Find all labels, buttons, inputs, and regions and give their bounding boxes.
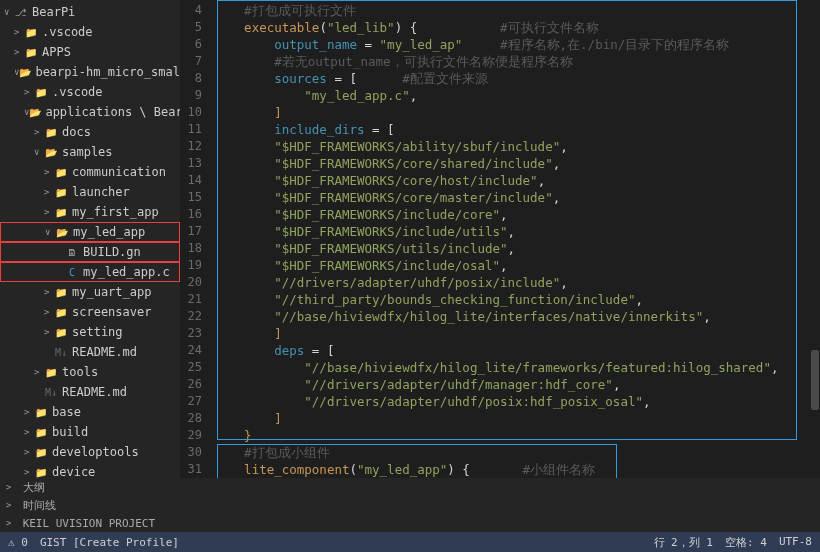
code-line[interactable]: "my_led_app.c", [214, 87, 820, 104]
tree-item-applications-bearpi-be-[interactable]: ∨📂applications \ BearPi \ Be... [0, 102, 180, 122]
code-area[interactable]: #打包成可执行文件 executable("led_lib") { #可执行文件… [214, 0, 820, 478]
status-warnings[interactable]: ⚠ 0 [8, 536, 28, 549]
code-line[interactable]: #打包成可执行文件 [214, 2, 820, 19]
tree-item-my-first-app[interactable]: >📁my_first_app [0, 202, 180, 222]
tree-item-apps[interactable]: >📁APPS [0, 42, 180, 62]
tree-item-setting[interactable]: >📁setting [0, 322, 180, 342]
chevron-icon: > [44, 167, 54, 177]
code-line[interactable]: "$HDF_FRAMEWORKS/core/master/include", [214, 189, 820, 206]
code-line[interactable]: "//drivers/adapter/uhdf/posix:hdf_posix_… [214, 393, 820, 410]
tree-item-developtools[interactable]: >📁developtools [0, 442, 180, 462]
code-line[interactable]: executable("led_lib") { #可执行文件名称 [214, 19, 820, 36]
tree-label: my_uart_app [72, 285, 151, 299]
status-profile[interactable]: GIST [Create Profile] [40, 536, 179, 549]
code-line[interactable]: ] [214, 410, 820, 427]
code-line[interactable]: "$HDF_FRAMEWORKS/ability/sbuf/include", [214, 138, 820, 155]
editor-pane: 4567891011121314151617181920212223242526… [180, 0, 820, 478]
line-number: 6 [180, 36, 202, 53]
folder-icon: 📁 [54, 185, 68, 199]
tree-label: setting [72, 325, 123, 339]
line-number: 28 [180, 410, 202, 427]
tree-item-build[interactable]: >📁build [0, 422, 180, 442]
timeline-item[interactable]: > 时间线 [0, 496, 820, 514]
status-cursor[interactable]: 行 2，列 1 [654, 535, 714, 550]
code-line[interactable]: "//base/hiviewdfx/hilog_lite/frameworks/… [214, 359, 820, 376]
status-encoding[interactable]: UTF-8 [779, 535, 812, 550]
line-number: 8 [180, 70, 202, 87]
code-line[interactable]: "//drivers/adapter/uhdf/manager:hdf_core… [214, 376, 820, 393]
outline-item[interactable]: > 大纲 [0, 478, 820, 496]
code-line[interactable]: ] [214, 104, 820, 121]
code-line[interactable]: "$HDF_FRAMEWORKS/utils/include", [214, 240, 820, 257]
chevron-icon: > [14, 27, 24, 37]
tree-item-bearpi[interactable]: ∨⎇BearPi [0, 2, 180, 22]
code-line[interactable]: lite_component("my_led_app") { #小组件名称 [214, 461, 820, 478]
code-line[interactable]: output_name = "my_led_ap" #程序名称,在./bin/目… [214, 36, 820, 53]
tree-label: tools [62, 365, 98, 379]
github-icon: ⎇ [14, 5, 28, 19]
tree-item-my-led-app-c[interactable]: Cmy_led_app.c [0, 262, 180, 282]
chevron-icon: > [24, 467, 34, 477]
file-explorer[interactable]: ∨⎇BearPi>📁.vscode>📁APPS∨📂bearpi-hm_micro… [0, 0, 180, 478]
tree-label: build [52, 425, 88, 439]
code-line[interactable]: "//third_party/bounds_checking_function/… [214, 291, 820, 308]
chevron-icon: > [24, 447, 34, 457]
tree-label: .vscode [52, 85, 103, 99]
tree-item--vscode[interactable]: >📁.vscode [0, 82, 180, 102]
tree-label: BearPi [32, 5, 75, 19]
folder-icon: 📁 [54, 325, 68, 339]
chevron-icon: > [34, 127, 44, 137]
tree-item-build-gn[interactable]: 🗎BUILD.gn [0, 242, 180, 262]
folder-icon: 📁 [54, 285, 68, 299]
code-line[interactable]: deps = [ [214, 342, 820, 359]
line-number: 24 [180, 342, 202, 359]
tree-item-bearpi-hm-micro-small[interactable]: ∨📂bearpi-hm_micro_small [0, 62, 180, 82]
line-number: 16 [180, 206, 202, 223]
tree-item--vscode[interactable]: >📁.vscode [0, 22, 180, 42]
code-line[interactable]: "//drivers/adapter/uhdf/posix/include", [214, 274, 820, 291]
code-line[interactable]: "$HDF_FRAMEWORKS/include/core", [214, 206, 820, 223]
code-line[interactable]: } [214, 427, 820, 444]
tree-label: base [52, 405, 81, 419]
tree-item-screensaver[interactable]: >📁screensaver [0, 302, 180, 322]
line-number: 31 [180, 461, 202, 478]
chevron-icon: ∨ [45, 227, 55, 237]
code-line[interactable]: ] [214, 325, 820, 342]
chevron-icon: > [44, 287, 54, 297]
code-line[interactable]: "$HDF_FRAMEWORKS/include/osal", [214, 257, 820, 274]
tree-label: applications \ BearPi \ Be... [45, 105, 180, 119]
tree-item-device[interactable]: >📁device [0, 462, 180, 478]
code-line[interactable]: "$HDF_FRAMEWORKS/core/shared/include", [214, 155, 820, 172]
code-line[interactable]: include_dirs = [ [214, 121, 820, 138]
tree-label: .vscode [42, 25, 93, 39]
tree-item-readme-md[interactable]: M↓README.md [0, 342, 180, 362]
tree-label: BUILD.gn [83, 245, 141, 259]
tree-item-communication[interactable]: >📁communication [0, 162, 180, 182]
c-icon: C [65, 265, 79, 279]
code-line[interactable]: sources = [ #配置文件来源 [214, 70, 820, 87]
code-line[interactable]: "$HDF_FRAMEWORKS/include/utils", [214, 223, 820, 240]
tree-item-base[interactable]: >📁base [0, 402, 180, 422]
tree-item-readme-md[interactable]: M↓README.md [0, 382, 180, 402]
code-line[interactable]: "//base/hiviewdfx/hilog_lite/interfaces/… [214, 308, 820, 325]
line-number: 26 [180, 376, 202, 393]
keil-project-item[interactable]: > KEIL UVISION PROJECT [0, 514, 820, 532]
code-line[interactable]: #若无output_name，可执行文件名称便是程序名称 [214, 53, 820, 70]
code-line[interactable]: "$HDF_FRAMEWORKS/core/host/include", [214, 172, 820, 189]
line-number: 19 [180, 257, 202, 274]
chevron-icon: ∨ [4, 7, 14, 17]
chevron-icon: > [44, 187, 54, 197]
code-line[interactable]: #打包成小组件 [214, 444, 820, 461]
tree-item-launcher[interactable]: >📁launcher [0, 182, 180, 202]
folder-icon: 📁 [34, 405, 48, 419]
tree-item-my-uart-app[interactable]: >📁my_uart_app [0, 282, 180, 302]
tree-item-my-led-app[interactable]: ∨📂my_led_app [0, 222, 180, 242]
vertical-scrollbar[interactable] [810, 0, 820, 478]
tree-item-tools[interactable]: >📁tools [0, 362, 180, 382]
tree-item-docs[interactable]: >📁docs [0, 122, 180, 142]
outline-panel[interactable]: > 大纲 > 时间线 > KEIL UVISION PROJECT [0, 478, 820, 532]
chevron-icon: > [44, 207, 54, 217]
status-indent[interactable]: 空格: 4 [725, 535, 767, 550]
scrollbar-thumb[interactable] [811, 350, 819, 410]
tree-item-samples[interactable]: ∨📂samples [0, 142, 180, 162]
